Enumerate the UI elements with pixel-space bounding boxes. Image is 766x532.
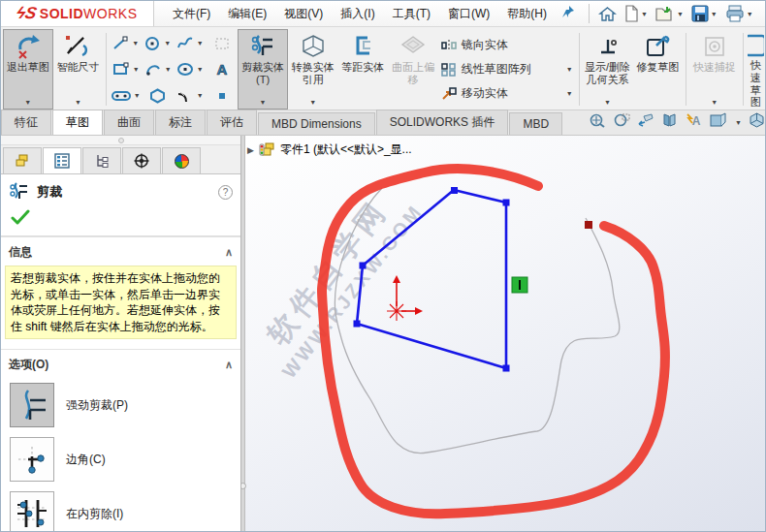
ellipse-caret-icon[interactable]: ▼	[197, 66, 204, 73]
display-style-icon[interactable]	[749, 112, 765, 132]
dimxpert-manager-tab[interactable]	[122, 147, 161, 173]
arc-tool[interactable]: ▼	[142, 57, 174, 82]
exit-sketch-caret-icon[interactable]: ▼	[24, 99, 31, 107]
display-delete-relations-button[interactable]: 显示/删除几何关系 ▼	[583, 29, 633, 110]
tab-annotate[interactable]: 标注	[155, 110, 206, 135]
tab-sketch[interactable]: 草图	[52, 110, 103, 135]
circle-caret-icon[interactable]: ▼	[164, 40, 171, 47]
tab-surfaces[interactable]: 曲面	[104, 110, 154, 135]
exit-sketch-button[interactable]: 退出草图 ▼	[3, 29, 53, 110]
tab-mbd[interactable]: MBD	[509, 112, 562, 135]
options-section-header[interactable]: 选项(O) ∧	[1, 349, 240, 378]
menu-file[interactable]: 文件(F)	[164, 2, 219, 26]
linear-pattern-caret-icon[interactable]: ▼	[566, 66, 573, 73]
graphics-viewport[interactable]: ▶ 零件1 (默认<<默认>_显... 软件自学网 WWW.RJZXW.COM	[241, 136, 765, 531]
logo-works-text: WORKS	[83, 6, 137, 21]
view-orientation-icon[interactable]	[709, 112, 726, 132]
corner-icon[interactable]	[10, 437, 54, 482]
panel-grip[interactable]	[1, 136, 240, 145]
polygon-tool[interactable]	[142, 83, 174, 109]
circle-tool[interactable]: ▼	[142, 31, 174, 56]
menu-window[interactable]: 窗口(W)	[439, 2, 498, 26]
message-section-header[interactable]: 信息 ∧	[1, 236, 240, 266]
panel-grip-handle-icon[interactable]	[118, 138, 124, 143]
display-delete-relations-caret-icon[interactable]: ▼	[604, 99, 611, 107]
corner-option[interactable]: 边角(C)	[1, 432, 240, 486]
trim-entities-button[interactable]: 剪裁实体(T) ▼	[238, 29, 288, 110]
zoom-fit-icon[interactable]	[589, 112, 606, 132]
trim-away-inside-icon[interactable]	[10, 491, 54, 531]
offset-entities-button[interactable]: 等距实体	[337, 29, 388, 110]
print-icon[interactable]: ▼	[722, 3, 756, 24]
power-trim-icon[interactable]	[10, 383, 54, 427]
convert-entities-button[interactable]: 转换实体引用 ▼	[288, 29, 338, 110]
sketch-polygon[interactable]	[357, 190, 506, 368]
menu-edit[interactable]: 编辑(E)	[219, 2, 275, 26]
solidworks-logo: ϟS SOLIDWORKS	[1, 1, 154, 26]
pin-menu-icon[interactable]	[561, 5, 575, 22]
line-tool[interactable]: ▼	[110, 31, 142, 56]
spline-tool[interactable]: ▼	[174, 31, 206, 56]
spline-caret-icon[interactable]: ▼	[197, 40, 204, 47]
fillet-tool[interactable]: ▼	[174, 83, 206, 109]
new-file-caret-icon[interactable]: ▼	[641, 11, 648, 17]
arc-caret-icon[interactable]: ▼	[165, 66, 172, 73]
smart-dimension-button[interactable]: 智能尺寸 ▼	[53, 29, 104, 110]
menu-bar: 文件(F) 编辑(E) 视图(V) 插入(I) 工具(T) 窗口(W) 帮助(H…	[164, 2, 556, 26]
move-entities-button[interactable]: 移动实体 ▼	[438, 83, 576, 104]
open-file-icon[interactable]: ▼	[653, 3, 686, 24]
repair-sketch-button[interactable]: 修复草图	[632, 29, 683, 110]
mirror-entities-button[interactable]: 镜向实体	[438, 35, 576, 55]
hide-show-items-icon[interactable]: A	[685, 112, 702, 132]
slot-caret-icon[interactable]: ▼	[134, 92, 141, 99]
menu-help[interactable]: 帮助(H)	[498, 2, 556, 26]
slot-tool[interactable]: ▼	[110, 83, 142, 109]
previous-view-icon[interactable]	[637, 112, 654, 132]
rectangle-tool[interactable]: ▼	[110, 57, 142, 82]
save-icon[interactable]: ▼	[688, 3, 720, 24]
rectangle-caret-icon[interactable]: ▼	[133, 66, 140, 73]
trimmed-spline-curve[interactable]	[335, 188, 619, 454]
trim-away-inside-option[interactable]: 在内剪除(I)	[1, 486, 240, 531]
svg-text:A: A	[692, 114, 701, 128]
rapid-sketch-button[interactable]: 快速草图	[747, 29, 765, 110]
section-view-icon[interactable]	[661, 112, 678, 132]
tab-features[interactable]: 特征	[1, 110, 51, 135]
ellipse-tool[interactable]: ▼	[174, 57, 206, 82]
new-file-icon[interactable]: ▼	[622, 3, 651, 24]
property-list-icon	[53, 153, 71, 169]
view-orientation-caret-icon[interactable]: ▼	[735, 119, 742, 126]
property-manager-tab[interactable]	[43, 147, 81, 173]
configuration-manager-tab[interactable]	[82, 147, 121, 173]
home-icon[interactable]	[595, 4, 620, 24]
trim-entities-caret-icon[interactable]: ▼	[260, 99, 267, 107]
move-entities-caret-icon[interactable]: ▼	[566, 90, 573, 97]
ok-check-icon[interactable]	[11, 209, 30, 225]
line-caret-icon[interactable]: ▼	[132, 40, 139, 47]
tab-mbd-dimensions[interactable]: MBD Dimensions	[258, 112, 375, 135]
display-delete-relations-icon	[593, 33, 622, 60]
menu-tools[interactable]: 工具(T)	[384, 2, 439, 26]
menu-view[interactable]: 视图(V)	[275, 2, 332, 26]
quick-snaps-button: 快速捕捉 ▼	[689, 29, 740, 110]
point-tool[interactable]	[206, 83, 238, 109]
convert-entities-caret-icon[interactable]: ▼	[309, 99, 316, 107]
display-manager-tab[interactable]	[162, 147, 201, 173]
feature-manager-tab[interactable]	[3, 147, 42, 173]
collapse-chevron-icon[interactable]: ∧	[225, 359, 233, 371]
tab-evaluate[interactable]: 评估	[207, 110, 257, 135]
help-icon[interactable]: ?	[218, 185, 233, 200]
menu-insert[interactable]: 插入(I)	[332, 2, 383, 26]
save-caret-icon[interactable]: ▼	[711, 11, 718, 17]
smart-dimension-caret-icon[interactable]: ▼	[75, 99, 81, 107]
tab-solidworks-addins[interactable]: SOLIDWORKS 插件	[376, 110, 509, 135]
collapse-chevron-icon[interactable]: ∧	[225, 246, 233, 259]
linear-pattern-button[interactable]: 线性草图阵列 ▼	[438, 59, 576, 79]
print-caret-icon[interactable]: ▼	[747, 11, 753, 17]
power-trim-option[interactable]: 强劲剪裁(P)	[1, 378, 240, 432]
sketch-vertex-points[interactable]	[354, 187, 510, 372]
open-file-caret-icon[interactable]: ▼	[677, 11, 684, 17]
text-tool[interactable]: A	[206, 57, 238, 82]
zoom-area-icon[interactable]	[613, 112, 630, 132]
fillet-caret-icon[interactable]: ▼	[197, 92, 204, 99]
